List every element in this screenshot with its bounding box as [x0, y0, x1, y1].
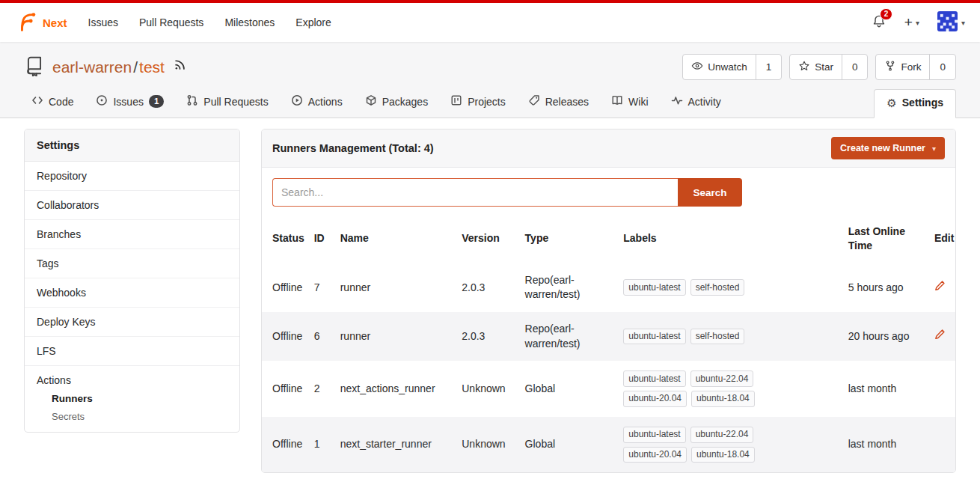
unwatch-button[interactable]: Unwatch: [683, 55, 756, 79]
runner-last-online: 20 hours ago: [842, 312, 928, 361]
brand-next[interactable]: Next: [43, 16, 67, 29]
tab-projects[interactable]: Projects: [443, 88, 513, 118]
runner-id: 7: [308, 263, 334, 312]
runner-type: Global: [519, 361, 618, 417]
chevron-down-icon: ▾: [916, 19, 919, 27]
create-runner-button[interactable]: Create new Runner ▾: [831, 137, 945, 159]
runner-name: next_actions_runner: [334, 361, 456, 417]
runner-status: Offline: [262, 361, 308, 417]
tab-settings[interactable]: ⚙ Settings: [874, 89, 956, 118]
tag-icon: [528, 94, 540, 109]
forgejo-logo-icon[interactable]: [15, 10, 37, 35]
tab-wiki[interactable]: Wiki: [604, 88, 655, 118]
tab-packages[interactable]: Packages: [358, 88, 435, 118]
runner-status: Offline: [262, 417, 308, 473]
tab-releases[interactable]: Releases: [521, 88, 596, 118]
watch-count[interactable]: 1: [756, 55, 782, 79]
column-header-status: Status: [262, 217, 308, 263]
fork-button[interactable]: Fork: [876, 55, 929, 79]
sidebar-item-lfs[interactable]: LFS: [25, 337, 239, 366]
star-icon: [798, 60, 810, 74]
runner-last-online: last month: [842, 417, 928, 473]
settings-sidebar: Settings Repository Collaborators Branch…: [24, 129, 240, 433]
search-input[interactable]: [272, 178, 678, 207]
runner-status: Offline: [262, 312, 308, 361]
fork-count[interactable]: 0: [929, 55, 955, 79]
runner-type: Global: [519, 417, 618, 473]
navbar-item-milestones[interactable]: Milestones: [224, 16, 275, 28]
runners-management-card: Runners Management (Total: 4) Create new…: [261, 129, 956, 473]
tab-code[interactable]: Code: [24, 88, 81, 118]
column-header-type: Type: [519, 217, 618, 263]
tab-pull-requests[interactable]: Pull Requests: [179, 88, 275, 118]
runner-id: 2: [308, 361, 334, 417]
play-circle-icon: [291, 94, 303, 109]
navbar-item-pull-requests[interactable]: Pull Requests: [139, 16, 203, 28]
star-button-group: Star 0: [789, 54, 868, 80]
book-icon: [611, 94, 623, 109]
sidebar-item-collaborators[interactable]: Collaborators: [25, 191, 239, 220]
column-header-labels: Labels: [617, 217, 842, 263]
runner-version: 2.0.3: [456, 263, 518, 312]
sidebar-item-repository[interactable]: Repository: [25, 162, 239, 191]
issues-count-badge: 1: [149, 95, 164, 109]
table-row: Offline 7 runner 2.0.3 Repo(earl-warren/…: [262, 263, 955, 312]
sidebar-item-tags[interactable]: Tags: [25, 249, 239, 278]
pulse-icon: [671, 94, 683, 109]
runner-labels: ubuntu-latest ubuntu-22.04 ubuntu-20.04 …: [623, 427, 795, 463]
runner-last-online: 5 hours ago: [842, 263, 928, 312]
navbar-item-explore[interactable]: Explore: [295, 16, 331, 28]
runner-version: Unknown: [456, 417, 518, 473]
gear-icon: ⚙: [886, 97, 896, 109]
column-header-edit: Edit: [928, 217, 955, 263]
edit-runner-button[interactable]: [934, 280, 946, 291]
user-menu[interactable]: ▾: [937, 11, 965, 34]
column-header-id: ID: [308, 217, 334, 263]
repo-owner-link[interactable]: earl-warren: [52, 58, 132, 76]
rss-feed-icon[interactable]: [174, 58, 186, 73]
runners-table: Status ID Name Version Type Labels Last …: [262, 217, 955, 472]
watch-button-group: Unwatch 1: [682, 54, 782, 80]
tab-issues[interactable]: Issues 1: [88, 88, 171, 118]
repo-separator: /: [133, 58, 138, 76]
table-header-row: Status ID Name Version Type Labels Last …: [262, 217, 955, 263]
tab-actions[interactable]: Actions: [284, 88, 350, 118]
search-button[interactable]: Search: [678, 178, 742, 207]
sidebar-item-deploy-keys[interactable]: Deploy Keys: [25, 308, 239, 337]
runner-version: 2.0.3: [456, 312, 518, 361]
notification-badge: 2: [880, 8, 892, 20]
runner-id: 6: [308, 312, 334, 361]
runner-name: runner: [334, 263, 456, 312]
sidebar-item-actions[interactable]: Actions Runners Secrets: [25, 366, 239, 432]
column-header-name: Name: [334, 217, 456, 263]
repo-icon: [24, 55, 45, 79]
sidebar-item-secrets[interactable]: Secrets: [52, 411, 227, 422]
navbar-item-issues[interactable]: Issues: [88, 16, 118, 28]
project-board-icon: [450, 94, 462, 109]
create-menu-button[interactable]: + ▾: [904, 14, 919, 31]
repo-header-section: earl-warren / test Unwa: [0, 42, 980, 118]
runner-labels: ubuntu-latest self-hosted: [623, 329, 795, 345]
chevron-down-icon: ▾: [932, 144, 936, 153]
navbar: Next Issues Pull Requests Milestones Exp…: [0, 0, 980, 42]
runner-type: Repo(earl-warren/test): [519, 312, 618, 361]
sidebar-item-runners[interactable]: Runners: [52, 393, 227, 404]
code-icon: [31, 94, 43, 109]
runner-version: Unknown: [456, 361, 518, 417]
sidebar-item-webhooks[interactable]: Webhooks: [25, 278, 239, 308]
sidebar-item-branches[interactable]: Branches: [25, 220, 239, 249]
tab-activity[interactable]: Activity: [664, 88, 729, 118]
runner-type: Repo(earl-warren/test): [519, 263, 618, 312]
table-row: Offline 1 next_starter_runner Unknown Gl…: [262, 417, 955, 473]
star-count[interactable]: 0: [842, 55, 868, 79]
fork-icon: [884, 60, 896, 74]
breadcrumb: earl-warren / test: [52, 58, 165, 76]
runner-labels: ubuntu-latest ubuntu-22.04 ubuntu-20.04 …: [623, 370, 795, 407]
runner-status: Offline: [262, 263, 308, 312]
star-button[interactable]: Star: [790, 55, 842, 79]
repo-name-link[interactable]: test: [139, 58, 165, 76]
runner-search-form: Search: [272, 178, 742, 207]
edit-runner-button[interactable]: [934, 329, 946, 340]
pull-request-icon: [186, 94, 198, 109]
notifications-button[interactable]: 2: [872, 13, 886, 31]
